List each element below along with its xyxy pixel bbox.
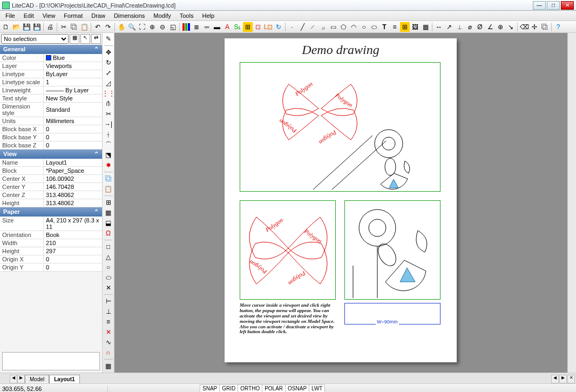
scale-icon[interactable]: ⤢ bbox=[104, 68, 113, 78]
zoom-all-icon[interactable]: ◱ bbox=[168, 22, 178, 32]
point-icon[interactable]: · bbox=[287, 22, 297, 32]
selection-dropdown[interactable]: No selection bbox=[1, 34, 69, 44]
copy-clipboard-icon[interactable]: ⿻ bbox=[104, 174, 113, 184]
property-row[interactable]: Block base Y0 bbox=[0, 133, 102, 141]
pan-icon[interactable]: ✋ bbox=[117, 22, 126, 32]
minimize-button[interactable]: — bbox=[533, 1, 546, 10]
menu-edit[interactable]: Edit bbox=[19, 11, 38, 20]
trim-icon[interactable]: ✂ bbox=[104, 109, 113, 119]
rect-icon[interactable]: ▭ bbox=[328, 22, 338, 32]
toggle-grid[interactable]: GRID bbox=[219, 384, 238, 392]
property-row[interactable]: Height297 bbox=[0, 247, 102, 255]
snap5-icon[interactable]: ∿ bbox=[104, 337, 113, 347]
dim-aligned-icon[interactable]: ↗ bbox=[444, 22, 454, 32]
property-row[interactable]: Lineweight——— By Layer bbox=[0, 86, 102, 94]
dim-linear-icon[interactable]: ↔ bbox=[434, 22, 444, 32]
panel-paper-header[interactable]: Paper⌃ bbox=[0, 207, 102, 217]
selection-filter-button[interactable]: ▦ bbox=[70, 34, 79, 44]
snap1-icon[interactable]: ⊢ bbox=[104, 296, 113, 306]
property-row[interactable]: Center Z313.48062 bbox=[0, 191, 102, 199]
menu-format[interactable]: Format bbox=[59, 11, 87, 20]
property-value[interactable]: 0 bbox=[43, 141, 102, 149]
property-value[interactable]: Millimeters bbox=[43, 117, 102, 125]
property-row[interactable]: UnitsMillimeters bbox=[0, 117, 102, 125]
property-row[interactable]: Height313.48062 bbox=[0, 199, 102, 207]
property-value[interactable]: Standard bbox=[43, 103, 102, 117]
new-icon[interactable]: 🗋 bbox=[1, 22, 11, 32]
undo-icon[interactable]: ↶ bbox=[93, 22, 103, 32]
layers-icon[interactable]: ≣ bbox=[192, 22, 201, 32]
help-icon[interactable]: ? bbox=[553, 22, 563, 32]
property-row[interactable]: Block*Paper_Space bbox=[0, 167, 102, 175]
layout-icon[interactable]: L⊡ bbox=[263, 22, 273, 32]
block-icon[interactable]: ⊞ bbox=[400, 22, 410, 32]
scroll-left-button[interactable]: ◀ bbox=[551, 375, 559, 383]
chamfer-icon[interactable]: ⬔ bbox=[104, 150, 113, 160]
style-icon[interactable]: S₁ bbox=[233, 22, 242, 32]
fillet-icon[interactable]: ⌒ bbox=[104, 140, 113, 150]
explode-icon[interactable]: ✸ bbox=[104, 160, 113, 170]
zoom-in-icon[interactable]: ⊕ bbox=[147, 22, 157, 32]
property-row[interactable]: Block base Z0 bbox=[0, 141, 102, 150]
property-row[interactable]: ColorBlue bbox=[0, 54, 102, 62]
property-row[interactable]: LinetypeByLayer bbox=[0, 70, 102, 78]
erase-icon[interactable]: ⌫ bbox=[519, 22, 529, 32]
canvas[interactable]: Demo drawing Polygon Polygon Polygo bbox=[114, 33, 567, 373]
rotate-icon[interactable]: ↻ bbox=[104, 58, 113, 67]
panel-view-header[interactable]: View⌃ bbox=[0, 150, 102, 159]
selection-pick-button[interactable]: ↖ bbox=[80, 34, 90, 44]
viewport-1[interactable]: Polygon Polygon Polygon Polygon bbox=[240, 62, 441, 192]
property-value[interactable]: 146.70428 bbox=[43, 183, 102, 191]
image-icon[interactable]: 🖼 bbox=[410, 22, 420, 32]
snap3-icon[interactable]: ≡ bbox=[104, 317, 113, 327]
block-create-icon[interactable]: ⊞ bbox=[104, 198, 113, 207]
property-row[interactable]: Linetype scale1 bbox=[0, 78, 102, 86]
toggle-osnap[interactable]: OSNAP bbox=[285, 384, 309, 392]
mirror-icon[interactable]: ◿ bbox=[104, 78, 113, 88]
copy-icon[interactable]: ⿻ bbox=[69, 22, 79, 32]
property-value[interactable]: 1 bbox=[43, 78, 102, 86]
blockdef-icon[interactable]: ⊡ bbox=[253, 22, 263, 32]
maximize-button[interactable]: □ bbox=[547, 1, 560, 10]
zoom-extents-icon[interactable]: ⛶ bbox=[137, 22, 147, 32]
attr-icon[interactable]: Ω bbox=[104, 228, 113, 238]
tab-prev-button[interactable]: ◀ bbox=[10, 375, 17, 383]
polygon-icon[interactable]: ⬠ bbox=[338, 22, 348, 32]
property-row[interactable]: Origin Y0 bbox=[0, 263, 102, 272]
close-button[interactable]: ✕ bbox=[561, 1, 574, 10]
toggle-lwt[interactable]: LWT bbox=[309, 384, 325, 392]
zoom-out-icon[interactable]: ⊖ bbox=[158, 22, 167, 32]
mtext-icon[interactable]: ≡ bbox=[390, 22, 399, 32]
xline-icon[interactable]: ⟋ bbox=[308, 22, 317, 32]
property-value[interactable]: Blue bbox=[43, 54, 102, 62]
property-value[interactable]: 313.48062 bbox=[43, 199, 102, 207]
move-icon[interactable]: ✥ bbox=[104, 48, 113, 57]
property-row[interactable]: SizeA4, 210 x 297 (8.3 x 11 bbox=[0, 217, 102, 231]
dim-radius-icon[interactable]: ⌀ bbox=[465, 22, 475, 32]
property-row[interactable]: Text styleNew Style bbox=[0, 94, 102, 103]
property-value[interactable]: A4, 210 x 297 (8.3 x 11 bbox=[43, 217, 102, 231]
viewport-2[interactable]: Polygon Polygon Polygon Polygon bbox=[240, 200, 336, 300]
move-tool-icon[interactable]: ✢ bbox=[530, 22, 539, 32]
menu-dimensions[interactable]: Dimensions bbox=[110, 11, 149, 20]
property-row[interactable]: LayerViewports bbox=[0, 62, 102, 70]
cut-icon[interactable]: ✂ bbox=[59, 22, 69, 32]
property-row[interactable]: Width210 bbox=[0, 239, 102, 247]
dimstyle-icon[interactable]: ⊞ bbox=[243, 22, 253, 32]
scroll-right-button[interactable]: ▶ bbox=[559, 375, 567, 383]
hatch2-icon[interactable]: ▦ bbox=[104, 208, 113, 218]
property-value[interactable]: Viewports bbox=[43, 62, 102, 70]
property-value[interactable]: 106.00902 bbox=[43, 175, 102, 183]
menu-tools[interactable]: Tools bbox=[175, 11, 198, 20]
property-value[interactable]: 313.48062 bbox=[43, 191, 102, 199]
viewport-3[interactable] bbox=[344, 200, 441, 300]
ocurve-icon[interactable]: ⬭ bbox=[104, 273, 113, 282]
tab-layout1[interactable]: Layout1 bbox=[49, 375, 79, 383]
snap2-icon[interactable]: ⊥ bbox=[104, 307, 113, 316]
property-value[interactable]: ByLayer bbox=[43, 70, 102, 78]
property-row[interactable]: Center X106.00902 bbox=[0, 175, 102, 183]
dim-center-icon[interactable]: ⊕ bbox=[496, 22, 505, 32]
menu-view[interactable]: View bbox=[38, 11, 60, 20]
toggle-polar[interactable]: POLAR bbox=[262, 384, 286, 392]
property-value[interactable]: Layout1 bbox=[43, 159, 102, 166]
